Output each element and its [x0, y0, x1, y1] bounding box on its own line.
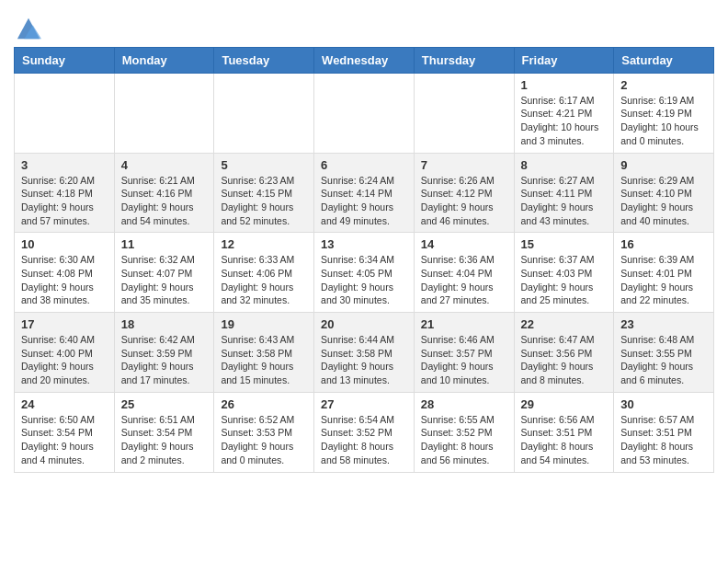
day-info: Sunrise: 6:21 AM Sunset: 4:16 PM Dayligh…: [121, 174, 208, 228]
day-info: Sunrise: 6:46 AM Sunset: 3:57 PM Dayligh…: [421, 333, 507, 387]
day-number: 15: [521, 237, 608, 251]
day-number: 7: [421, 158, 507, 172]
day-info: Sunrise: 6:56 AM Sunset: 3:51 PM Dayligh…: [521, 413, 608, 467]
day-number: 4: [121, 158, 208, 172]
calendar-cell: 2Sunrise: 6:19 AM Sunset: 4:19 PM Daylig…: [614, 73, 714, 153]
day-number: 12: [221, 237, 307, 251]
calendar-cell: 14Sunrise: 6:36 AM Sunset: 4:04 PM Dayli…: [414, 233, 514, 313]
week-row-5: 24Sunrise: 6:50 AM Sunset: 3:54 PM Dayli…: [15, 392, 714, 472]
day-info: Sunrise: 6:48 AM Sunset: 3:55 PM Dayligh…: [620, 333, 707, 387]
calendar-cell: 13Sunrise: 6:34 AM Sunset: 4:05 PM Dayli…: [314, 233, 415, 313]
day-number: 9: [620, 158, 707, 172]
calendar-cell: 26Sunrise: 6:52 AM Sunset: 3:53 PM Dayli…: [214, 392, 314, 472]
day-info: Sunrise: 6:44 AM Sunset: 3:58 PM Dayligh…: [321, 333, 407, 387]
day-info: Sunrise: 6:54 AM Sunset: 3:52 PM Dayligh…: [321, 413, 407, 467]
calendar-cell: 3Sunrise: 6:20 AM Sunset: 4:18 PM Daylig…: [15, 153, 115, 233]
calendar-cell: 18Sunrise: 6:42 AM Sunset: 3:59 PM Dayli…: [114, 313, 214, 393]
calendar-cell: 8Sunrise: 6:27 AM Sunset: 4:11 PM Daylig…: [514, 153, 614, 233]
day-info: Sunrise: 6:29 AM Sunset: 4:10 PM Dayligh…: [620, 174, 707, 228]
day-number: 5: [221, 158, 307, 172]
day-header-sunday: Sunday: [15, 47, 115, 73]
calendar-cell: 30Sunrise: 6:57 AM Sunset: 3:51 PM Dayli…: [614, 392, 714, 472]
day-number: 21: [421, 317, 507, 331]
calendar-cell: 16Sunrise: 6:39 AM Sunset: 4:01 PM Dayli…: [614, 233, 714, 313]
calendar-cell: 6Sunrise: 6:24 AM Sunset: 4:14 PM Daylig…: [314, 153, 415, 233]
day-header-wednesday: Wednesday: [314, 47, 415, 73]
day-number: 25: [121, 397, 208, 411]
calendar-cell: 4Sunrise: 6:21 AM Sunset: 4:16 PM Daylig…: [114, 153, 214, 233]
day-number: 2: [620, 78, 707, 92]
calendar-cell: 22Sunrise: 6:47 AM Sunset: 3:56 PM Dayli…: [514, 313, 614, 393]
day-info: Sunrise: 6:33 AM Sunset: 4:06 PM Dayligh…: [221, 253, 307, 307]
day-info: Sunrise: 6:20 AM Sunset: 4:18 PM Dayligh…: [21, 174, 108, 228]
day-number: 10: [21, 237, 108, 251]
calendar-cell: 19Sunrise: 6:43 AM Sunset: 3:58 PM Dayli…: [214, 313, 314, 393]
logo-text: [14, 15, 41, 45]
day-info: Sunrise: 6:23 AM Sunset: 4:15 PM Dayligh…: [221, 174, 307, 228]
calendar-table: SundayMondayTuesdayWednesdayThursdayFrid…: [14, 47, 714, 473]
day-number: 8: [521, 158, 608, 172]
week-row-3: 10Sunrise: 6:30 AM Sunset: 4:08 PM Dayli…: [15, 233, 714, 313]
calendar-cell: [314, 73, 415, 153]
day-number: 20: [321, 317, 407, 331]
day-info: Sunrise: 6:32 AM Sunset: 4:07 PM Dayligh…: [121, 253, 208, 307]
day-number: 19: [221, 317, 307, 331]
day-info: Sunrise: 6:42 AM Sunset: 3:59 PM Dayligh…: [121, 333, 208, 387]
calendar-header-row: SundayMondayTuesdayWednesdayThursdayFrid…: [15, 47, 714, 73]
calendar-cell: 24Sunrise: 6:50 AM Sunset: 3:54 PM Dayli…: [15, 392, 115, 472]
week-row-4: 17Sunrise: 6:40 AM Sunset: 4:00 PM Dayli…: [15, 313, 714, 393]
calendar-cell: 29Sunrise: 6:56 AM Sunset: 3:51 PM Dayli…: [514, 392, 614, 472]
calendar-cell: 7Sunrise: 6:26 AM Sunset: 4:12 PM Daylig…: [414, 153, 514, 233]
logo-icon: [16, 15, 41, 40]
day-header-thursday: Thursday: [414, 47, 514, 73]
calendar-cell: 28Sunrise: 6:55 AM Sunset: 3:52 PM Dayli…: [414, 392, 514, 472]
day-info: Sunrise: 6:26 AM Sunset: 4:12 PM Dayligh…: [421, 174, 507, 228]
day-header-tuesday: Tuesday: [214, 47, 314, 73]
calendar-cell: 27Sunrise: 6:54 AM Sunset: 3:52 PM Dayli…: [314, 392, 415, 472]
day-header-monday: Monday: [114, 47, 214, 73]
day-number: 14: [421, 237, 507, 251]
day-number: 28: [421, 397, 507, 411]
day-number: 1: [521, 78, 608, 92]
calendar-cell: 15Sunrise: 6:37 AM Sunset: 4:03 PM Dayli…: [514, 233, 614, 313]
day-info: Sunrise: 6:17 AM Sunset: 4:21 PM Dayligh…: [521, 94, 608, 148]
day-number: 3: [21, 158, 108, 172]
day-info: Sunrise: 6:37 AM Sunset: 4:03 PM Dayligh…: [521, 253, 608, 307]
day-number: 26: [221, 397, 307, 411]
day-header-friday: Friday: [514, 47, 614, 73]
calendar-cell: [114, 73, 214, 153]
calendar-cell: [214, 73, 314, 153]
calendar-cell: [15, 73, 115, 153]
day-info: Sunrise: 6:34 AM Sunset: 4:05 PM Dayligh…: [321, 253, 407, 307]
day-info: Sunrise: 6:50 AM Sunset: 3:54 PM Dayligh…: [21, 413, 108, 467]
day-info: Sunrise: 6:30 AM Sunset: 4:08 PM Dayligh…: [21, 253, 108, 307]
day-number: 13: [321, 237, 407, 251]
calendar-cell: [414, 73, 514, 153]
day-info: Sunrise: 6:57 AM Sunset: 3:51 PM Dayligh…: [620, 413, 707, 467]
day-number: 22: [521, 317, 608, 331]
calendar-cell: 25Sunrise: 6:51 AM Sunset: 3:54 PM Dayli…: [114, 392, 214, 472]
day-header-saturday: Saturday: [614, 47, 714, 73]
day-number: 23: [620, 317, 707, 331]
day-number: 18: [121, 317, 208, 331]
day-info: Sunrise: 6:27 AM Sunset: 4:11 PM Dayligh…: [521, 174, 608, 228]
day-number: 17: [21, 317, 108, 331]
day-info: Sunrise: 6:52 AM Sunset: 3:53 PM Dayligh…: [221, 413, 307, 467]
day-info: Sunrise: 6:40 AM Sunset: 4:00 PM Dayligh…: [21, 333, 108, 387]
day-info: Sunrise: 6:47 AM Sunset: 3:56 PM Dayligh…: [521, 333, 608, 387]
calendar-cell: 12Sunrise: 6:33 AM Sunset: 4:06 PM Dayli…: [214, 233, 314, 313]
day-number: 27: [321, 397, 407, 411]
calendar-cell: 1Sunrise: 6:17 AM Sunset: 4:21 PM Daylig…: [514, 73, 614, 153]
calendar-cell: 11Sunrise: 6:32 AM Sunset: 4:07 PM Dayli…: [114, 233, 214, 313]
day-number: 16: [620, 237, 707, 251]
day-number: 30: [620, 397, 707, 411]
calendar-cell: 17Sunrise: 6:40 AM Sunset: 4:00 PM Dayli…: [15, 313, 115, 393]
day-number: 29: [521, 397, 608, 411]
day-info: Sunrise: 6:55 AM Sunset: 3:52 PM Dayligh…: [421, 413, 507, 467]
calendar-cell: 21Sunrise: 6:46 AM Sunset: 3:57 PM Dayli…: [414, 313, 514, 393]
header: [14, 9, 714, 41]
week-row-1: 1Sunrise: 6:17 AM Sunset: 4:21 PM Daylig…: [15, 73, 714, 153]
day-info: Sunrise: 6:39 AM Sunset: 4:01 PM Dayligh…: [620, 253, 707, 307]
day-number: 6: [321, 158, 407, 172]
calendar-cell: 20Sunrise: 6:44 AM Sunset: 3:58 PM Dayli…: [314, 313, 415, 393]
